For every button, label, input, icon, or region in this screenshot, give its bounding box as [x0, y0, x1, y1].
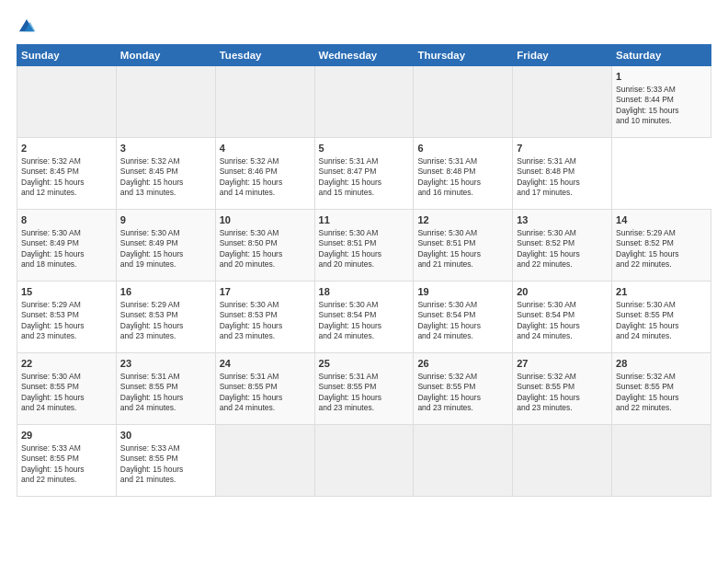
calendar-cell: 4Sunrise: 5:32 AMSunset: 8:46 PMDaylight… [215, 138, 314, 210]
day-info: Sunrise: 5:30 AM [319, 228, 379, 237]
calendar-cell: 24Sunrise: 5:31 AMSunset: 8:55 PMDayligh… [215, 353, 314, 425]
day-number: 16 [120, 285, 211, 299]
day-info: Sunrise: 5:31 AM [120, 372, 180, 381]
day-info: Sunset: 8:45 PM [120, 167, 178, 176]
day-info: Daylight: 15 hours [120, 393, 184, 402]
day-info: Sunset: 8:55 PM [319, 382, 377, 391]
day-info: Sunrise: 5:33 AM [616, 85, 676, 94]
calendar-cell [414, 66, 513, 138]
calendar-cell: 14Sunrise: 5:29 AMSunset: 8:52 PMDayligh… [612, 210, 711, 282]
calendar-week-3: 8Sunrise: 5:30 AMSunset: 8:49 PMDaylight… [17, 210, 711, 282]
day-info: Sunrise: 5:31 AM [517, 156, 576, 166]
day-info: Sunrise: 5:33 AM [21, 443, 81, 453]
calendar-cell: 20Sunrise: 5:30 AMSunset: 8:54 PMDayligh… [513, 282, 612, 353]
day-info: Sunset: 8:52 PM [517, 238, 574, 247]
day-info: Sunrise: 5:29 AM [120, 300, 180, 309]
day-number: 12 [417, 213, 508, 227]
day-info: Sunset: 8:52 PM [616, 238, 674, 247]
day-info: Sunrise: 5:29 AM [21, 300, 81, 309]
day-info: Sunrise: 5:30 AM [220, 300, 279, 309]
day-info: Sunset: 8:49 PM [21, 238, 79, 247]
calendar-cell: 17Sunrise: 5:30 AMSunset: 8:53 PMDayligh… [215, 282, 314, 353]
calendar-page: SundayMondayTuesdayWednesdayThursdayFrid… [0, 0, 728, 563]
day-number: 21 [616, 285, 707, 299]
day-info: Sunset: 8:55 PM [220, 382, 278, 391]
calendar-cell: 10Sunrise: 5:30 AMSunset: 8:50 PMDayligh… [215, 210, 314, 282]
day-info: Daylight: 15 hours [417, 321, 481, 330]
calendar-cell: 15Sunrise: 5:29 AMSunset: 8:53 PMDayligh… [17, 282, 117, 353]
day-number: 6 [417, 142, 508, 155]
header-cell-thursday: Thursday [414, 45, 513, 66]
day-number: 20 [517, 285, 608, 299]
day-number: 2 [21, 142, 112, 155]
day-info: and 18 minutes. [21, 259, 76, 269]
day-info: Sunset: 8:45 PM [21, 167, 79, 176]
calendar-cell [116, 66, 215, 138]
day-info: and 23 minutes. [220, 331, 275, 340]
day-number: 25 [319, 357, 410, 371]
calendar-cell: 25Sunrise: 5:31 AMSunset: 8:55 PMDayligh… [314, 353, 414, 425]
calendar-cell: 30Sunrise: 5:33 AMSunset: 8:55 PMDayligh… [116, 425, 215, 497]
day-info: Daylight: 15 hours [21, 321, 85, 330]
day-info: Sunrise: 5:30 AM [220, 228, 279, 237]
day-info: Daylight: 15 hours [120, 465, 184, 474]
calendar-cell: 11Sunrise: 5:30 AMSunset: 8:51 PMDayligh… [314, 210, 414, 282]
day-info: Sunrise: 5:31 AM [319, 372, 379, 381]
calendar-cell: 2Sunrise: 5:32 AMSunset: 8:45 PMDaylight… [17, 138, 117, 210]
calendar-cell: 27Sunrise: 5:32 AMSunset: 8:55 PMDayligh… [513, 353, 612, 425]
header-cell-tuesday: Tuesday [215, 45, 314, 66]
day-info: Sunrise: 5:32 AM [417, 372, 477, 381]
day-info: and 22 minutes. [21, 475, 76, 484]
header-cell-wednesday: Wednesday [314, 45, 414, 66]
day-info: Sunset: 8:46 PM [220, 167, 278, 176]
day-info: Daylight: 15 hours [120, 178, 184, 187]
calendar-cell [314, 66, 414, 138]
day-info: Sunrise: 5:31 AM [220, 372, 279, 381]
day-info: and 16 minutes. [417, 188, 472, 197]
calendar-cell: 7Sunrise: 5:31 AMSunset: 8:48 PMDaylight… [513, 138, 612, 210]
day-info: Daylight: 15 hours [517, 249, 580, 259]
day-info: and 17 minutes. [517, 188, 572, 197]
calendar-cell [612, 425, 711, 497]
day-info: and 20 minutes. [220, 259, 275, 269]
calendar-week-4: 15Sunrise: 5:29 AMSunset: 8:53 PMDayligh… [17, 282, 711, 353]
day-info: Daylight: 15 hours [120, 249, 184, 259]
day-info: Sunrise: 5:30 AM [21, 372, 81, 381]
calendar-cell: 28Sunrise: 5:32 AMSunset: 8:55 PMDayligh… [612, 353, 711, 425]
calendar-cell [414, 425, 513, 497]
day-number: 5 [319, 142, 410, 155]
day-info: Sunset: 8:54 PM [319, 310, 377, 319]
calendar-cell: 1Sunrise: 5:33 AMSunset: 8:44 PMDaylight… [612, 66, 711, 138]
day-info: Sunrise: 5:29 AM [616, 228, 676, 237]
day-info: and 22 minutes. [616, 403, 671, 412]
day-info: Sunrise: 5:30 AM [616, 300, 676, 309]
calendar-cell: 6Sunrise: 5:31 AMSunset: 8:48 PMDaylight… [414, 138, 513, 210]
header-cell-monday: Monday [116, 45, 215, 66]
day-info: and 23 minutes. [21, 331, 76, 340]
day-number: 11 [319, 213, 410, 227]
day-info: Sunset: 8:54 PM [417, 310, 475, 319]
day-number: 29 [21, 429, 112, 442]
day-info: Sunrise: 5:31 AM [319, 156, 379, 166]
day-info: Daylight: 15 hours [21, 393, 85, 402]
calendar-table: SundayMondayTuesdayWednesdayThursdayFrid… [17, 44, 711, 497]
day-number: 22 [21, 357, 112, 371]
day-number: 3 [120, 142, 211, 155]
calendar-cell: 19Sunrise: 5:30 AMSunset: 8:54 PMDayligh… [414, 282, 513, 353]
day-info: Daylight: 15 hours [220, 249, 283, 259]
day-info: and 14 minutes. [220, 188, 275, 197]
day-info: Daylight: 15 hours [616, 321, 679, 330]
day-info: Daylight: 15 hours [319, 178, 382, 187]
calendar-cell: 26Sunrise: 5:32 AMSunset: 8:55 PMDayligh… [414, 353, 513, 425]
calendar-cell: 12Sunrise: 5:30 AMSunset: 8:51 PMDayligh… [414, 210, 513, 282]
day-number: 4 [220, 142, 311, 155]
day-info: Sunrise: 5:30 AM [517, 300, 576, 309]
day-info: Sunrise: 5:32 AM [21, 156, 81, 166]
calendar-cell: 8Sunrise: 5:30 AMSunset: 8:49 PMDaylight… [17, 210, 117, 282]
header-cell-friday: Friday [513, 45, 612, 66]
calendar-cell [513, 66, 612, 138]
day-info: Sunset: 8:55 PM [417, 382, 475, 391]
day-info: Sunset: 8:55 PM [616, 310, 674, 319]
day-number: 23 [120, 357, 211, 371]
day-info: and 22 minutes. [616, 259, 671, 269]
